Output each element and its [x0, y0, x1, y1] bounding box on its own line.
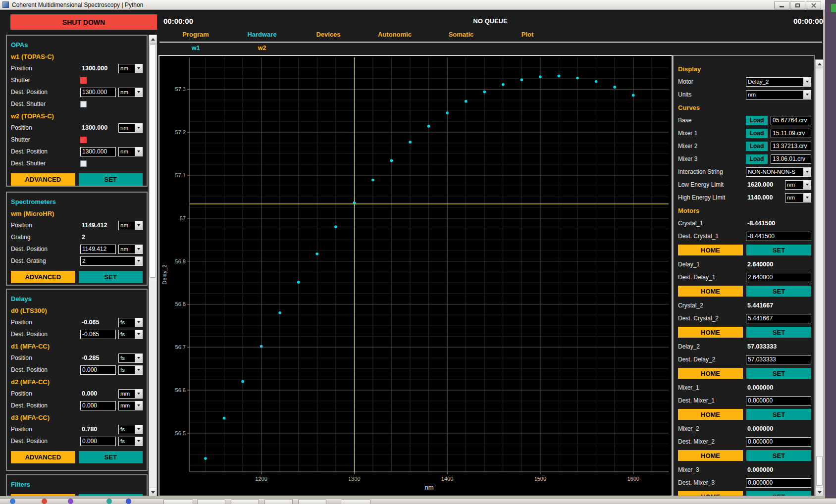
taskbar-window-button[interactable] — [231, 499, 259, 504]
chevron-down-icon[interactable] — [803, 181, 811, 189]
chevron-down-icon[interactable] — [135, 88, 142, 97]
scroll-up-icon[interactable] — [149, 35, 157, 44]
dest-delay-1-input[interactable]: 2.640000 — [746, 273, 811, 282]
chevron-down-icon[interactable] — [135, 64, 142, 73]
unit-select[interactable]: fs — [118, 437, 143, 446]
dropdown-select[interactable]: nm — [746, 90, 811, 100]
plot-area[interactable]: 1200130014001500160056.556.656.756.856.9… — [158, 55, 673, 497]
scrollbar-thumb[interactable] — [150, 44, 156, 278]
subtab-w2[interactable]: w2 — [229, 45, 295, 53]
dest-position-input[interactable]: 0.000 — [80, 437, 116, 446]
set-button[interactable]: SET — [746, 286, 811, 297]
unit-select[interactable]: nm — [118, 221, 143, 230]
dest-crystal-1-input[interactable]: -8.441500 — [746, 232, 811, 241]
scroll-up-icon[interactable] — [816, 60, 823, 68]
load-button[interactable]: Load — [746, 129, 768, 138]
right-panel-scrollbar[interactable] — [815, 59, 824, 497]
chevron-down-icon[interactable] — [135, 437, 142, 446]
mixer-1-curve-path[interactable]: 15.11.09.crv — [771, 129, 811, 138]
base-curve-path[interactable]: 05 67764.crv — [771, 116, 811, 125]
unit-select[interactable]: nm — [118, 64, 143, 73]
unit-select[interactable]: nm — [118, 88, 143, 97]
tab-plot[interactable]: Plot — [494, 31, 561, 41]
unit-select[interactable]: mm — [118, 401, 143, 410]
chevron-down-icon[interactable] — [135, 425, 142, 434]
set-button[interactable]: SET — [746, 368, 811, 379]
scroll-down-icon[interactable] — [816, 488, 823, 496]
dest-delay-2-input[interactable]: 57.033333 — [746, 355, 811, 364]
home-button[interactable]: HOME — [678, 286, 743, 297]
dest-shutter-checkbox[interactable] — [80, 101, 87, 107]
unit-select[interactable]: nm — [118, 147, 143, 156]
tab-program[interactable]: Program — [162, 31, 229, 41]
chevron-down-icon[interactable] — [803, 78, 811, 86]
tab-autonomic[interactable]: Autonomic — [362, 31, 428, 41]
dest-crystal-2-input[interactable]: 5.441667 — [746, 314, 811, 323]
dest-position-input[interactable]: 0.000 — [80, 401, 116, 410]
scroll-down-icon[interactable] — [149, 488, 157, 496]
home-button[interactable]: HOME — [678, 327, 743, 338]
close-button[interactable] — [806, 1, 821, 9]
unit-select[interactable]: nm — [785, 180, 811, 190]
load-button[interactable]: Load — [746, 142, 768, 151]
tab-somatic[interactable]: Somatic — [428, 31, 494, 41]
chevron-down-icon[interactable] — [135, 124, 142, 132]
taskbar-icon[interactable] — [126, 499, 131, 504]
home-button[interactable]: HOME — [678, 450, 743, 461]
dest-position-input[interactable]: 1300.000 — [80, 88, 116, 97]
chevron-down-icon[interactable] — [135, 148, 142, 156]
home-button[interactable]: HOME — [678, 409, 743, 420]
load-button[interactable]: Load — [746, 116, 768, 125]
set-button[interactable]: SET — [79, 173, 143, 186]
dropdown-select[interactable]: NON-NON-NON-S — [746, 167, 811, 177]
dropdown-select[interactable]: 2 — [80, 256, 143, 266]
scrollbar-thumb[interactable] — [816, 456, 823, 486]
dest-mixer-1-input[interactable]: 0.000000 — [746, 396, 811, 405]
taskbar-window-button[interactable] — [163, 499, 193, 504]
unit-select[interactable]: nm — [118, 123, 143, 133]
set-button[interactable]: SET — [79, 451, 143, 463]
unit-select[interactable]: fs — [118, 353, 143, 363]
tab-hardware[interactable]: Hardware — [229, 31, 295, 41]
chevron-down-icon[interactable] — [803, 91, 811, 99]
home-button[interactable]: HOME — [678, 368, 743, 379]
set-button[interactable]: SET — [746, 450, 811, 461]
set-button[interactable]: SET — [79, 271, 143, 283]
unit-select[interactable]: nm — [785, 193, 811, 202]
unit-select[interactable]: mm — [118, 389, 143, 399]
chevron-down-icon[interactable] — [135, 402, 142, 410]
chevron-down-icon[interactable] — [803, 168, 811, 176]
chevron-down-icon[interactable] — [135, 390, 142, 398]
chevron-down-icon[interactable] — [135, 366, 142, 374]
tab-devices[interactable]: Devices — [295, 31, 362, 41]
maximize-button[interactable] — [790, 1, 805, 9]
unit-select[interactable]: fs — [118, 330, 143, 339]
taskbar-window-button[interactable] — [341, 499, 370, 504]
taskbar-window-button[interactable] — [264, 499, 293, 504]
left-panel-scrollbar[interactable] — [149, 35, 157, 497]
subtab-w1[interactable]: w1 — [162, 45, 229, 53]
dest-mixer-2-input[interactable]: 0.000000 — [746, 437, 811, 447]
unit-select[interactable]: fs — [118, 365, 143, 375]
load-button[interactable]: Load — [746, 154, 768, 164]
chevron-down-icon[interactable] — [135, 318, 142, 327]
dest-mixer-3-input[interactable]: 0.000000 — [746, 478, 811, 488]
taskbar-window-button[interactable] — [298, 499, 326, 504]
dest-position-input[interactable]: -0.065 — [80, 330, 116, 339]
mixer-3-curve-path[interactable]: 13.06.01.crv — [771, 154, 811, 164]
dest-position-input[interactable]: 1300.000 — [80, 147, 116, 156]
chevron-down-icon[interactable] — [803, 194, 811, 202]
taskbar-window-button[interactable] — [197, 499, 225, 504]
shutdown-button[interactable]: SHUT DOWN — [10, 14, 157, 30]
set-button[interactable]: SET — [746, 327, 811, 338]
unit-select[interactable]: fs — [118, 318, 143, 327]
mixer-2-curve-path[interactable]: 13 37213.crv — [771, 142, 811, 151]
chevron-down-icon[interactable] — [135, 257, 142, 265]
chevron-down-icon[interactable] — [135, 354, 142, 362]
home-button[interactable]: HOME — [678, 245, 743, 255]
taskbar-icon[interactable] — [106, 499, 112, 504]
chevron-down-icon[interactable] — [135, 330, 142, 339]
taskbar-icon[interactable] — [10, 499, 15, 504]
taskbar-icon[interactable] — [42, 499, 47, 504]
chevron-down-icon[interactable] — [135, 221, 142, 230]
